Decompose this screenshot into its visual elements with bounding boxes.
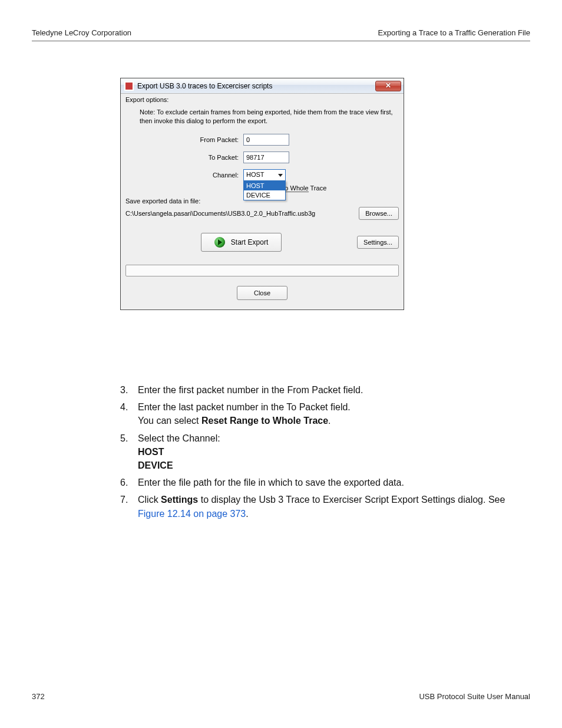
close-row: Close (125, 286, 399, 300)
from-packet-label: From Packet: (125, 136, 243, 143)
list-item-6: 6. Enter the file path for the file in w… (120, 476, 515, 489)
list-item-3: 3. Enter the first packet number in the … (120, 383, 515, 397)
channel-option-host[interactable]: HOST (244, 181, 285, 190)
list-4b-bold: Reset Range to Whole Trace (201, 416, 328, 426)
channel-option-device[interactable]: DEVICE (244, 190, 285, 200)
list-item-5: 5. Select the Channel: HOST DEVICE (120, 431, 515, 473)
progress-bar (125, 265, 399, 276)
from-packet-input[interactable] (243, 134, 289, 146)
manual-name: USB Protocol Suite User Manual (419, 692, 530, 701)
list-4b-post: . (328, 416, 330, 426)
list-num-5: 5. (120, 431, 138, 473)
channel-row: Channel: HOST HOST DEVICE (125, 169, 399, 181)
reset-suffix: Trace (309, 185, 327, 192)
dialog-title: Export USB 3.0 traces to Excerciser scri… (137, 82, 375, 90)
channel-select[interactable]: HOST (243, 169, 286, 181)
list-body-5: Select the Channel: HOST DEVICE (138, 431, 515, 473)
list-body-7: Click Settings to display the Usb 3 Trac… (138, 493, 515, 520)
dialog-titlebar: Export USB 3.0 traces to Excerciser scri… (121, 78, 404, 94)
to-packet-label: To Packet: (125, 154, 243, 161)
list-body-6: Enter the file path for the file in whic… (138, 476, 515, 489)
browse-button[interactable]: Browse... (359, 207, 399, 220)
list-5-text: Select the Channel: (138, 433, 220, 443)
close-button[interactable]: Close (237, 286, 287, 300)
export-note: Note: To exclude certain frames from bei… (140, 108, 399, 126)
figure-link[interactable]: Figure 12.14 on page 373 (138, 509, 246, 519)
dialog-body: Export options: Note: To exclude certain… (121, 94, 404, 309)
header-right: Exporting a Trace to a Traffic Generatio… (378, 28, 530, 37)
list-num-3: 3. (120, 383, 138, 397)
export-options-label: Export options: (125, 96, 399, 103)
export-dialog: Export USB 3.0 traces to Excerciser scri… (120, 78, 404, 310)
app-icon (124, 81, 134, 91)
channel-combo-wrap: HOST HOST DEVICE (243, 169, 286, 181)
file-path-row: C:\Users\angela.pasari\Documents\USB3.0_… (125, 207, 399, 220)
list-num-6: 6. (120, 476, 138, 489)
header-left: Teledyne LeCroy Corporation (32, 28, 131, 37)
list-body-3: Enter the first packet number in the Fro… (138, 383, 515, 397)
channel-dropdown-list: HOST DEVICE (243, 180, 286, 200)
close-icon[interactable]: ✕ (375, 81, 401, 91)
list-7-end: . (246, 509, 248, 519)
list-7-post: to display the Usb 3 Trace to Exerciser … (198, 495, 505, 505)
file-path-text: C:\Users\angela.pasari\Documents\USB3.0_… (125, 210, 354, 217)
list-num-7: 7. (120, 493, 138, 520)
page-number: 372 (32, 692, 45, 701)
start-export-button[interactable]: Start Export (201, 233, 282, 252)
list-item-4: 4. Enter the last packet number in the T… (120, 400, 515, 427)
to-packet-input[interactable] (243, 151, 289, 163)
page-header: Teledyne LeCroy Corporation Exporting a … (32, 28, 530, 41)
list-4b-pre: You can select (138, 416, 201, 426)
settings-button[interactable]: Settings... (357, 236, 399, 249)
instruction-list: 3. Enter the first packet number in the … (120, 383, 515, 524)
list-body-4: Enter the last packet number in the To P… (138, 400, 515, 427)
list-item-7: 7. Click Settings to display the Usb 3 T… (120, 493, 515, 520)
list-7-bold: Settings (161, 495, 198, 505)
from-packet-row: From Packet: (125, 134, 399, 146)
channel-label: Channel: (125, 172, 243, 179)
to-packet-row: To Packet: (125, 151, 399, 163)
list-5-host: HOST (138, 447, 164, 457)
start-export-label: Start Export (231, 238, 268, 246)
list-5-device: DEVICE (138, 460, 173, 470)
list-num-4: 4. (120, 400, 138, 427)
start-export-row: Start Export Settings... (125, 233, 399, 252)
list-7-pre: Click (138, 495, 161, 505)
list-4a: Enter the last packet number in the To P… (138, 402, 351, 412)
page-footer: 372 USB Protocol Suite User Manual (32, 692, 530, 701)
play-icon (214, 237, 225, 248)
